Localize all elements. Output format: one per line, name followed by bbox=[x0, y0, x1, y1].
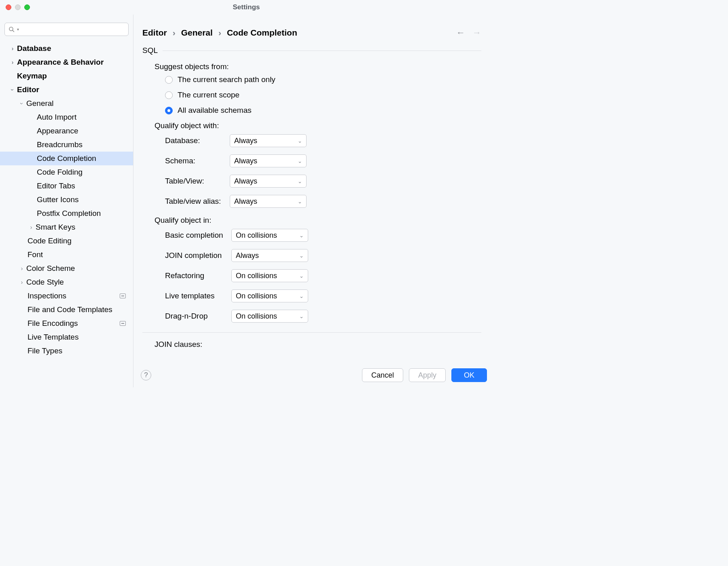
sidebar-item-label: Breadcrumbs bbox=[37, 140, 83, 149]
qualify-with-label: Qualify object with: bbox=[154, 121, 481, 130]
radio-search-path[interactable]: The current search path only bbox=[165, 75, 481, 84]
join-clauses-label: JOIN clauses: bbox=[154, 340, 481, 349]
sidebar-item-smart-keys[interactable]: › Smart Keys bbox=[0, 220, 133, 234]
label-drag-n-drop: Drag-n-Drop bbox=[165, 312, 231, 321]
sidebar-item-code-completion[interactable]: Code Completion bbox=[0, 152, 133, 165]
select-basic-completion[interactable]: On collisions ⌄ bbox=[231, 229, 308, 242]
sidebar-item-label: Gutter Icons bbox=[37, 195, 79, 204]
select-drag-n-drop[interactable]: On collisions ⌄ bbox=[231, 310, 308, 323]
history-nav: ← → bbox=[456, 27, 481, 38]
radio-all-schemas[interactable]: All available schemas bbox=[165, 106, 481, 115]
project-scope-icon bbox=[120, 294, 126, 298]
select-value: Always bbox=[234, 137, 257, 145]
window-title: Settings bbox=[0, 3, 493, 11]
sidebar-item-label: Appearance bbox=[37, 127, 78, 135]
sidebar-item-label: Live Templates bbox=[28, 333, 78, 342]
sidebar-item-code-folding[interactable]: Code Folding bbox=[0, 165, 133, 179]
search-dropdown-icon[interactable]: ▾ bbox=[17, 27, 19, 32]
select-value: Always bbox=[234, 157, 257, 165]
close-window-button[interactable] bbox=[6, 4, 11, 10]
search-field[interactable] bbox=[21, 25, 125, 34]
breadcrumb-general[interactable]: General bbox=[181, 28, 213, 38]
chevron-down-icon: ⌄ bbox=[298, 178, 302, 184]
minimize-window-button[interactable] bbox=[15, 4, 21, 10]
content-area: SQL Suggest objects from: The current se… bbox=[133, 42, 493, 363]
sidebar-item-editor[interactable]: › Editor bbox=[0, 83, 133, 97]
sidebar-item-file-encodings[interactable]: File Encodings bbox=[0, 317, 133, 330]
radio-icon bbox=[165, 76, 173, 84]
sidebar-item-file-types[interactable]: File Types bbox=[0, 344, 133, 358]
sidebar-item-label: File Types bbox=[28, 346, 62, 355]
apply-button[interactable]: Apply bbox=[409, 368, 446, 382]
cancel-button[interactable]: Cancel bbox=[362, 368, 403, 382]
search-input[interactable]: ▾ bbox=[4, 23, 129, 36]
select-value: On collisions bbox=[236, 231, 277, 240]
sidebar-item-breadcrumbs[interactable]: Breadcrumbs bbox=[0, 138, 133, 152]
sidebar-item-inspections[interactable]: Inspections bbox=[0, 289, 133, 303]
label-basic-completion: Basic completion bbox=[165, 231, 231, 240]
label-join-completion: JOIN completion bbox=[165, 251, 231, 260]
window-controls bbox=[0, 4, 30, 10]
sidebar-item-label: File Encodings bbox=[28, 319, 78, 328]
chevron-right-icon: › bbox=[218, 28, 221, 38]
sidebar-item-live-templates[interactable]: Live Templates bbox=[0, 330, 133, 344]
radio-current-scope[interactable]: The current scope bbox=[165, 91, 481, 99]
sidebar-item-code-style[interactable]: › Code Style bbox=[0, 275, 133, 289]
sidebar-item-general[interactable]: › General bbox=[0, 97, 133, 110]
sidebar-item-label: Inspections bbox=[28, 291, 66, 300]
radio-icon bbox=[165, 107, 173, 114]
sidebar-item-font[interactable]: Font bbox=[0, 248, 133, 262]
sidebar-item-label: Code Folding bbox=[37, 168, 83, 177]
radio-label: The current search path only bbox=[178, 75, 275, 84]
sidebar-item-gutter-icons[interactable]: Gutter Icons bbox=[0, 193, 133, 207]
section-sql: SQL bbox=[142, 46, 481, 55]
chevron-down-icon: ⌄ bbox=[299, 273, 304, 279]
sidebar-item-file-code-templates[interactable]: File and Code Templates bbox=[0, 303, 133, 317]
back-button[interactable]: ← bbox=[456, 27, 465, 38]
breadcrumb-editor[interactable]: Editor bbox=[142, 28, 167, 38]
qualify-with-grid: Database: Always ⌄ Schema: Always ⌄ Tabl… bbox=[165, 134, 481, 208]
select-value: On collisions bbox=[236, 312, 277, 321]
sidebar-item-appearance-behavior[interactable]: › Appearance & Behavior bbox=[0, 55, 133, 69]
sidebar-item-color-scheme[interactable]: › Color Scheme bbox=[0, 262, 133, 275]
sidebar-item-code-editing[interactable]: Code Editing bbox=[0, 234, 133, 248]
chevron-down-icon: ⌄ bbox=[298, 158, 302, 164]
sidebar-item-keymap[interactable]: Keymap bbox=[0, 69, 133, 83]
sidebar-item-database[interactable]: › Database bbox=[0, 42, 133, 55]
sidebar-item-editor-tabs[interactable]: Editor Tabs bbox=[0, 179, 133, 193]
sidebar-item-appearance-sub[interactable]: Appearance bbox=[0, 124, 133, 138]
select-join-completion[interactable]: Always ⌄ bbox=[231, 249, 308, 262]
select-schema[interactable]: Always ⌄ bbox=[230, 154, 307, 167]
sidebar-item-postfix-completion[interactable]: Postfix Completion bbox=[0, 207, 133, 220]
sidebar-item-label: Editor Tabs bbox=[37, 182, 75, 190]
select-live-templates[interactable]: On collisions ⌄ bbox=[231, 289, 308, 302]
select-tableview[interactable]: Always ⌄ bbox=[230, 175, 307, 188]
sidebar-item-label: Smart Keys bbox=[36, 223, 75, 232]
ok-button[interactable]: OK bbox=[451, 368, 487, 382]
qualify-in-label: Qualify object in: bbox=[154, 216, 481, 225]
settings-tree: › Database › Appearance & Behavior Keyma… bbox=[0, 42, 133, 387]
select-tvalias[interactable]: Always ⌄ bbox=[230, 195, 307, 208]
zoom-window-button[interactable] bbox=[24, 4, 30, 10]
sidebar-item-label: General bbox=[26, 99, 54, 108]
select-database[interactable]: Always ⌄ bbox=[230, 134, 307, 147]
label-live-templates: Live templates bbox=[165, 291, 231, 300]
chevron-down-icon: › bbox=[9, 86, 16, 93]
label-schema: Schema: bbox=[165, 156, 230, 165]
project-scope-icon bbox=[120, 321, 126, 326]
main-panel: Editor › General › Code Completion ← → S… bbox=[133, 15, 493, 387]
chevron-right-icon: › bbox=[9, 59, 16, 65]
help-button[interactable]: ? bbox=[141, 370, 151, 380]
chevron-down-icon: ⌄ bbox=[299, 313, 304, 319]
titlebar: Settings bbox=[0, 0, 493, 15]
forward-button[interactable]: → bbox=[472, 27, 481, 38]
sidebar-item-auto-import[interactable]: Auto Import bbox=[0, 110, 133, 124]
select-value: Always bbox=[234, 197, 257, 206]
sidebar-item-label: Code Style bbox=[26, 278, 64, 287]
svg-line-1 bbox=[13, 30, 14, 32]
select-refactoring[interactable]: On collisions ⌄ bbox=[231, 269, 308, 282]
dialog-buttons: Cancel Apply OK bbox=[362, 368, 487, 382]
radio-label: All available schemas bbox=[178, 106, 252, 115]
label-tableview: Table/View: bbox=[165, 177, 230, 186]
qualify-in-grid: Basic completion On collisions ⌄ JOIN co… bbox=[165, 229, 481, 323]
